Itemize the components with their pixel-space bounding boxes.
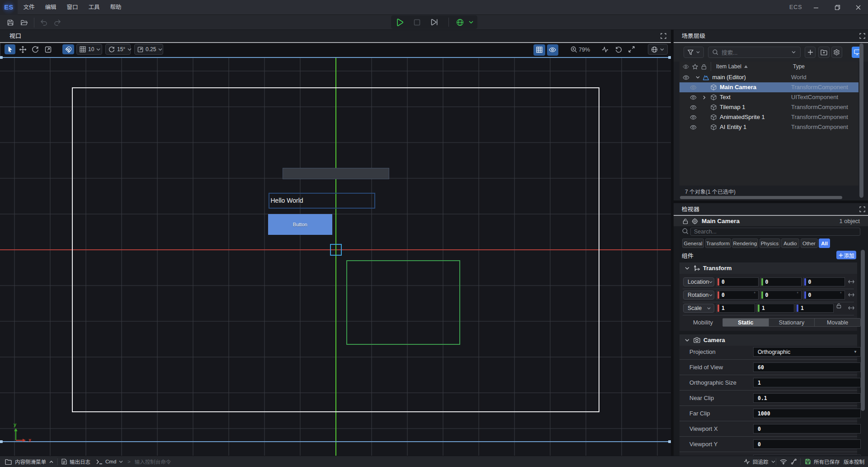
- version-control-button[interactable]: 版本控制: [844, 456, 864, 467]
- run-target-button[interactable]: [453, 19, 467, 26]
- rotation-y-input[interactable]: 0°: [760, 291, 802, 300]
- column-item-label[interactable]: Item Label: [716, 62, 741, 71]
- row-label[interactable]: AnimatedSprite 1: [720, 112, 765, 122]
- projection-select[interactable]: Orthographic▼: [753, 347, 861, 357]
- hierarchy-row-ai-entity[interactable]: AI Entity 1 TransformComponent: [679, 122, 859, 132]
- inspector-vscrollbar[interactable]: [861, 250, 865, 411]
- eye-icon[interactable]: [689, 122, 698, 132]
- open-button[interactable]: [19, 18, 29, 28]
- tab-transform[interactable]: Transform: [705, 238, 731, 248]
- console-input[interactable]: > 输入控制台命令: [127, 456, 171, 467]
- origin-gizmo[interactable]: [330, 244, 342, 256]
- hierarchy-row-text[interactable]: Text UITextComponent: [679, 92, 859, 102]
- lock-column-icon[interactable]: [700, 62, 708, 71]
- viewport-expand-icon[interactable]: [660, 33, 666, 39]
- maximize-button[interactable]: [830, 0, 844, 15]
- mobility-movable[interactable]: Movable: [815, 319, 860, 326]
- stop-button[interactable]: [408, 19, 425, 26]
- location-z-input[interactable]: 0: [803, 277, 845, 286]
- hierarchy-hscrollbar[interactable]: [680, 196, 842, 199]
- favorite-column-icon[interactable]: [691, 62, 699, 71]
- add-folder-button[interactable]: [818, 47, 830, 58]
- mobility-static[interactable]: Static: [723, 319, 769, 326]
- orthographic-size-input[interactable]: 1: [753, 378, 861, 387]
- gear-icon[interactable]: [692, 218, 698, 224]
- gizmo-toggle-button[interactable]: [547, 44, 559, 56]
- hierarchy-settings-button[interactable]: [831, 47, 843, 58]
- grid-snap-button[interactable]: 10: [76, 44, 102, 55]
- app-logo[interactable]: ES: [0, 0, 18, 15]
- tab-all[interactable]: All: [819, 238, 830, 248]
- eye-icon[interactable]: [682, 72, 690, 82]
- close-button[interactable]: [851, 0, 865, 15]
- stats-button[interactable]: [600, 44, 610, 54]
- link-values-icon[interactable]: [848, 293, 854, 297]
- eye-icon[interactable]: [689, 112, 698, 122]
- menu-edit[interactable]: 编辑: [44, 0, 57, 15]
- scale-z-input[interactable]: 1: [796, 304, 834, 313]
- fullscreen-button[interactable]: [627, 44, 637, 54]
- network-status[interactable]: [780, 456, 787, 467]
- select-tool-button[interactable]: [5, 44, 15, 54]
- eye-icon[interactable]: [689, 92, 698, 102]
- link-values-icon[interactable]: [848, 280, 854, 284]
- row-label[interactable]: main (Editor): [712, 72, 746, 82]
- row-label[interactable]: Main Camera: [720, 82, 756, 92]
- camera-card-header[interactable]: Camera: [679, 334, 857, 346]
- near-clip-input[interactable]: 0.1: [753, 393, 861, 403]
- column-type[interactable]: Type: [793, 62, 805, 71]
- tab-general[interactable]: General: [682, 238, 704, 248]
- move-tool-button[interactable]: [17, 44, 28, 54]
- hierarchy-row-tilemap[interactable]: Tilemap 1 TransformComponent: [679, 102, 859, 112]
- selection-handle[interactable]: [0, 56, 3, 59]
- rotate-tool-button[interactable]: [30, 44, 41, 54]
- scale-x-input[interactable]: 1: [717, 304, 755, 313]
- rotation-z-input[interactable]: 0°: [803, 291, 845, 300]
- tab-audio[interactable]: Audio: [781, 238, 799, 248]
- row-label[interactable]: Tilemap 1: [720, 102, 745, 112]
- output-log-button[interactable]: 输出日志: [61, 456, 90, 467]
- viewport-y-input[interactable]: 0: [753, 439, 861, 449]
- row-label[interactable]: AI Entity 1: [720, 122, 746, 132]
- location-dropdown[interactable]: Location: [683, 277, 714, 286]
- collapse-chevron-icon[interactable]: [694, 72, 701, 82]
- viewport-x-input[interactable]: 0: [753, 424, 861, 434]
- version-branch-button[interactable]: [791, 456, 797, 467]
- add-entity-button[interactable]: [805, 47, 816, 58]
- viewport-mode-button[interactable]: [648, 44, 668, 55]
- transform-card-header[interactable]: Transform: [679, 262, 857, 274]
- field-of-view-input[interactable]: 60: [753, 362, 861, 372]
- hierarchy-row-animatedsprite[interactable]: AnimatedSprite 1 TransformComponent: [679, 112, 859, 122]
- rotation-dropdown[interactable]: Rotation: [683, 291, 714, 300]
- scale-snap-button[interactable]: 0.25: [134, 44, 163, 55]
- eye-icon[interactable]: [689, 82, 698, 92]
- eye-icon[interactable]: [689, 102, 698, 112]
- minimize-button[interactable]: [809, 0, 823, 15]
- scale-y-input[interactable]: 1: [757, 304, 794, 313]
- content-drawer-button[interactable]: 内容侧滑菜单: [0, 456, 57, 467]
- location-y-input[interactable]: 0: [760, 277, 802, 286]
- tilemap-object[interactable]: [283, 168, 389, 179]
- menu-window[interactable]: 窗口: [66, 0, 79, 15]
- hierarchy-vscrollbar[interactable]: [859, 43, 863, 198]
- menu-tools[interactable]: 工具: [88, 0, 100, 15]
- undo-button[interactable]: [39, 18, 49, 28]
- filter-button[interactable]: [684, 47, 704, 58]
- play-button[interactable]: [391, 18, 408, 27]
- rotate-snap-button[interactable]: 15°: [105, 44, 131, 55]
- reset-view-button[interactable]: [613, 44, 623, 54]
- inspector-expand-icon[interactable]: [859, 206, 865, 212]
- hierarchy-search-input[interactable]: 搜索...: [708, 47, 801, 58]
- location-x-input[interactable]: 0: [717, 277, 759, 286]
- far-clip-input[interactable]: 1000: [753, 409, 861, 418]
- snap-toggle-button[interactable]: [62, 44, 74, 54]
- zoom-button[interactable]: [569, 44, 579, 54]
- grid-toggle-button[interactable]: [533, 44, 545, 56]
- tab-physics[interactable]: Physics: [760, 238, 780, 248]
- rotation-x-input[interactable]: 0°: [717, 291, 759, 300]
- save-button[interactable]: [5, 18, 15, 28]
- mobility-stationary[interactable]: Stationary: [769, 319, 815, 326]
- inspector-search-input[interactable]: Search...: [690, 228, 860, 236]
- trace-button[interactable]: 回追踪: [744, 456, 775, 467]
- row-label[interactable]: Text: [720, 92, 731, 102]
